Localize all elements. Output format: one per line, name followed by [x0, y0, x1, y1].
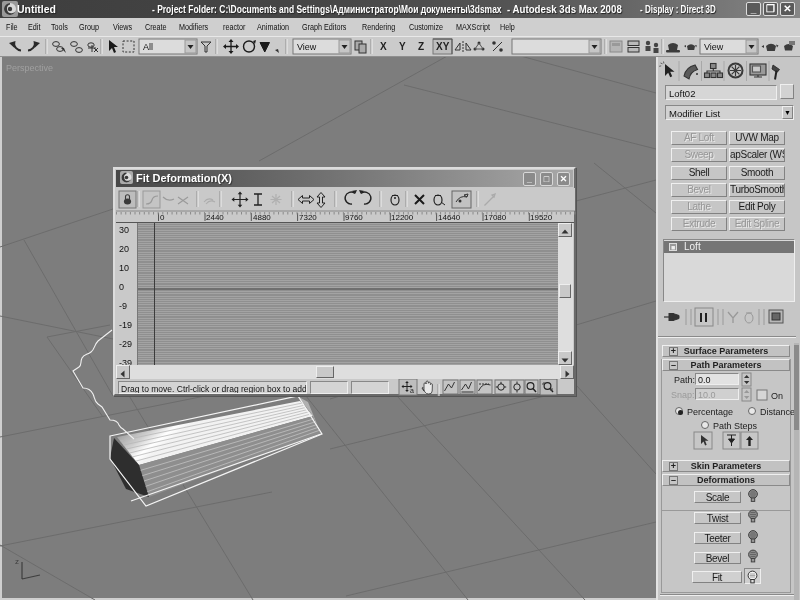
svg-text:a: a	[410, 387, 414, 394]
svg-text:z: z	[15, 557, 19, 566]
svg-text:X: X	[380, 41, 387, 52]
svg-text:Perspective: Perspective	[6, 63, 53, 73]
svg-text:XY: XY	[436, 41, 450, 52]
svg-text:Y: Y	[399, 41, 406, 52]
svg-text:Z: Z	[418, 41, 424, 52]
svg-text:View: View	[297, 42, 317, 52]
svg-text:All: All	[143, 42, 153, 52]
svg-text:View: View	[704, 42, 724, 52]
